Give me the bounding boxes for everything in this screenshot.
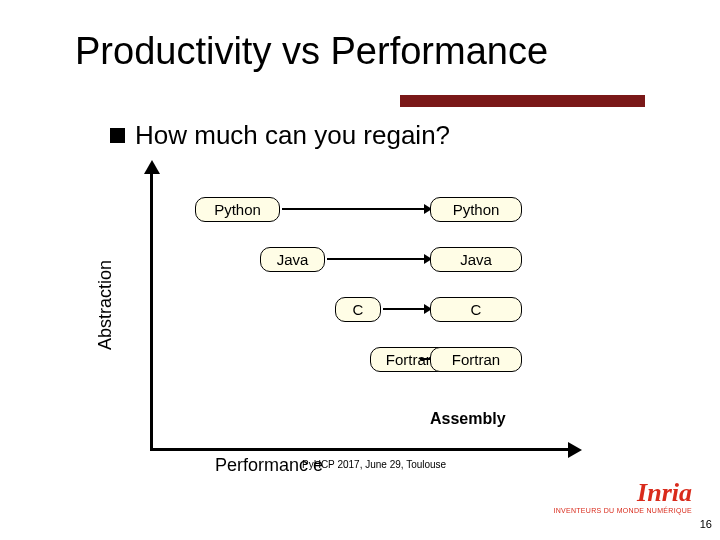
page-title: Productivity vs Performance bbox=[75, 30, 548, 73]
lang-box-java-shifted: Java bbox=[430, 247, 522, 272]
title-accent-bar bbox=[400, 95, 645, 107]
lang-box-c: C bbox=[335, 297, 381, 322]
y-axis bbox=[150, 170, 153, 450]
lang-box-python: Python bbox=[195, 197, 280, 222]
footer-note: PyHCP 2017, June 29, Toulouse bbox=[302, 459, 446, 470]
logo-tagline: INVENTEURS DU MONDE NUMÉRIQUE bbox=[553, 507, 692, 514]
y-axis-label: Abstraction bbox=[95, 260, 116, 350]
page-number: 16 bbox=[700, 518, 712, 530]
lang-assembly: Assembly bbox=[430, 410, 506, 428]
square-bullet-icon bbox=[110, 128, 125, 143]
logo-text: Inria bbox=[553, 480, 692, 506]
arrow-python bbox=[282, 208, 424, 210]
x-axis-arrow-icon bbox=[568, 442, 582, 458]
bullet-text: How much can you regain? bbox=[135, 120, 450, 151]
slide: Productivity vs Performance How much can… bbox=[0, 0, 720, 540]
arrow-java bbox=[327, 258, 424, 260]
lang-box-fortran-shifted: Fortran bbox=[430, 347, 522, 372]
bullet-item: How much can you regain? bbox=[110, 120, 450, 151]
lang-box-java: Java bbox=[260, 247, 325, 272]
lang-box-c-shifted: C bbox=[430, 297, 522, 322]
logo: Inria INVENTEURS DU MONDE NUMÉRIQUE bbox=[553, 480, 692, 514]
arrow-c bbox=[383, 308, 424, 310]
x-axis bbox=[150, 448, 570, 451]
lang-box-python-shifted: Python bbox=[430, 197, 522, 222]
